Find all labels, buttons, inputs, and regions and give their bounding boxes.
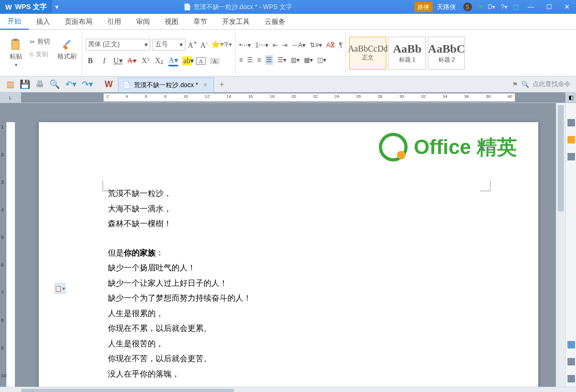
menu-tab-3[interactable]: 引用 — [100, 14, 129, 30]
new-icon[interactable]: ▥ — [6, 79, 14, 89]
s-icon[interactable]: S — [463, 3, 472, 11]
search-placeholder: 点此查找命令 — [532, 80, 571, 89]
align-left-button[interactable]: ≡ — [239, 56, 243, 64]
side-tool-1[interactable] — [567, 119, 575, 126]
italic-button[interactable]: I — [99, 57, 109, 65]
flag-icon: ⚑ — [512, 81, 518, 88]
sort-button[interactable]: Aⴵ — [326, 41, 335, 49]
show-marks-button[interactable]: ¶ — [339, 41, 342, 49]
vertical-ruler[interactable]: 123456789101112 — [0, 103, 21, 387]
d-icon[interactable]: D▾ — [488, 3, 496, 11]
preview-icon[interactable]: 🔍 — [49, 79, 60, 89]
side-tool-6[interactable] — [567, 375, 575, 382]
style-preview-1[interactable]: AaBb标题 1 — [388, 37, 426, 70]
copy-button[interactable]: ⎘复制 — [28, 49, 52, 60]
user-badge[interactable]: 路侠 — [414, 2, 433, 12]
restore-icon[interactable]: ⬚ — [513, 3, 519, 11]
change-case-button[interactable]: ⭐▾ — [211, 40, 221, 49]
paste-button[interactable]: 粘贴▾ — [7, 36, 24, 70]
maximize-button[interactable]: ☐ — [540, 0, 558, 14]
highlight-button[interactable]: ab▾ — [182, 56, 192, 65]
justify-button[interactable]: ☰ — [265, 55, 273, 65]
close-tab-button[interactable]: × — [201, 81, 209, 89]
undo-icon[interactable]: ↶▾ — [65, 79, 77, 89]
menu-tab-4[interactable]: 审阅 — [129, 14, 157, 30]
help-icon[interactable]: ?▾ — [501, 3, 507, 11]
new-tab-button[interactable]: + — [214, 80, 230, 89]
menu-tab-0[interactable]: 开始 — [0, 14, 29, 30]
menu-tab-5[interactable]: 视图 — [157, 14, 186, 30]
command-search[interactable]: ⚑ 🔍 点此查找命令 — [507, 80, 576, 89]
sidepanel-toggle[interactable]: ◧ — [565, 92, 576, 103]
menu-tab-2[interactable]: 页面布局 — [57, 14, 100, 30]
svg-rect-1 — [13, 39, 18, 41]
ruler-bar: L 246810121416182022242628303234363840 ◧ — [0, 92, 576, 103]
align-right-button[interactable]: ≡ — [257, 56, 261, 64]
minimize-button[interactable]: — — [522, 0, 540, 14]
menu-tab-8[interactable]: 云服务 — [257, 14, 293, 30]
sync-icon[interactable]: ◔ — [477, 3, 482, 11]
subscript-button[interactable]: X₂ — [155, 56, 164, 65]
close-button[interactable]: ✕ — [558, 0, 576, 14]
underline-button[interactable]: U▾ — [113, 56, 123, 65]
document-body[interactable]: 荒漠不缺一粒沙，大海不缺一滴水，森林不缺一棵樹！但是你的家族：缺少一个扬眉吐气的… — [108, 186, 469, 381]
scissors-icon: ✂ — [30, 38, 35, 46]
wps-home-icon[interactable]: W — [99, 80, 118, 89]
bold-button[interactable]: B — [86, 57, 95, 65]
side-tool-3[interactable] — [567, 153, 575, 160]
style-preview-0[interactable]: AaBbCcDd正文 — [349, 37, 386, 70]
numbering-button[interactable]: 1⋯▾ — [255, 41, 268, 49]
copy-icon: ⎘ — [30, 51, 33, 58]
grow-font-button[interactable]: A+ — [188, 39, 197, 50]
app-logo[interactable]: WWPS 文字 — [0, 0, 52, 14]
ribbon: 粘贴▾ ✂剪切 ⎘复制 格式刷 黑体 (正文)▾ 五号▾ A+ A- ⭐▾ 字▾… — [0, 30, 576, 76]
vertical-scrollbar[interactable] — [556, 103, 565, 387]
superscript-button[interactable]: X² — [141, 57, 150, 65]
format-painter-button[interactable]: 格式刷 — [55, 36, 79, 70]
style-preview-2[interactable]: AaBbC标题 2 — [428, 37, 465, 70]
menu-tab-7[interactable]: 开发工具 — [215, 14, 257, 30]
print-icon[interactable]: 🖶 — [36, 80, 44, 89]
font-size-select[interactable]: 五号▾ — [153, 39, 185, 50]
strike-button[interactable]: A▾ — [127, 56, 137, 65]
font-family-select[interactable]: 黑体 (正文)▾ — [86, 39, 150, 50]
paste-options-icon[interactable]: 📋▾ — [54, 283, 66, 294]
title-icons: S ◔ D▾ ?▾ ⬚ — [460, 3, 522, 11]
document-tab[interactable]: 📄 荒漠不缺一粒沙.docx * × — [118, 78, 214, 92]
search-icon: 🔍 — [521, 81, 529, 88]
horizontal-scrollbar[interactable] — [0, 387, 576, 392]
side-tool-4[interactable] — [567, 341, 575, 348]
menu-tab-1[interactable]: 插入 — [29, 14, 57, 30]
document-page[interactable]: Office 精英 荒漠不缺一粒沙，大海不缺一滴水，森林不缺一棵樹！但是你的家族… — [39, 122, 538, 387]
username[interactable]: 天路侠 — [433, 3, 460, 12]
phonetic-button[interactable]: 字▾ — [223, 41, 232, 48]
font-color-button[interactable]: A▾ — [168, 56, 178, 66]
align-center-button[interactable]: ☰ — [247, 56, 253, 64]
page-area[interactable]: Office 精英 荒漠不缺一粒沙，大海不缺一滴水，森林不缺一棵樹！但是你的家族… — [21, 103, 556, 387]
char-border-button[interactable]: A — [196, 57, 206, 65]
shading-button[interactable]: ▦▾ — [304, 56, 313, 64]
horizontal-ruler[interactable]: 246810121416182022242628303234363840 — [21, 92, 565, 103]
outdent-button[interactable]: ⇤ — [273, 41, 278, 49]
side-tool-2[interactable] — [567, 136, 575, 143]
watermark-text: Office 精英 — [414, 134, 517, 161]
hscroll-thumb[interactable] — [21, 389, 234, 392]
borders-button[interactable]: ◫▾ — [317, 56, 326, 64]
app-menu-dropdown[interactable]: ▾ — [52, 3, 62, 11]
columns-button[interactable]: ▥▾ — [291, 56, 300, 64]
menu-tab-6[interactable]: 章节 — [186, 14, 215, 30]
save-icon[interactable]: 💾 — [20, 79, 30, 89]
char-scale-button[interactable]: ↔A▾ — [292, 41, 306, 49]
side-tool-5[interactable] — [567, 358, 575, 365]
line-spacing-button[interactable]: ⇅≡▾ — [310, 41, 322, 49]
indent-button[interactable]: ⇥ — [282, 41, 287, 49]
bullets-button[interactable]: •⋯▾ — [239, 41, 251, 49]
distribute-button[interactable]: ☰▾ — [277, 56, 286, 64]
redo-icon[interactable]: ↷▾ — [82, 79, 93, 89]
ruler-corner[interactable]: L — [0, 92, 21, 103]
doc-icon: 📄 — [123, 81, 131, 89]
cut-button[interactable]: ✂剪切 — [28, 36, 52, 47]
scrollbar-thumb[interactable] — [558, 105, 564, 211]
char-shading-button[interactable]: A — [210, 58, 219, 64]
shrink-font-button[interactable]: A- — [199, 39, 209, 50]
